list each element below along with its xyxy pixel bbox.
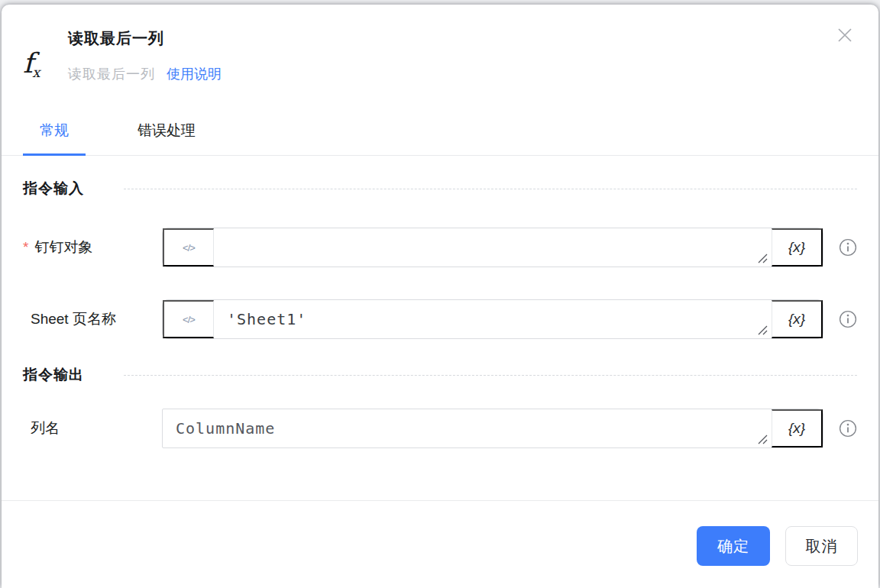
dialog-subtitle: 读取最后一列 [68, 66, 155, 82]
resize-grip-icon[interactable] [757, 434, 768, 444]
instruction-config-dialog: fx 读取最后一列 读取最后一列 使用说明 常规 错误处理 指令输入 * 钉钉对… [2, 5, 878, 588]
cancel-button[interactable]: 取消 [785, 526, 858, 566]
field-label-text: 钉钉对象 [34, 237, 92, 257]
expression-input-group: </> {x} [162, 228, 823, 267]
close-x-glyph [835, 25, 855, 45]
field-row-sheet-name: Sheet 页名称 </> 'Sheet1' {x} [23, 299, 857, 339]
variable-picker-button[interactable]: {x} [772, 300, 823, 338]
variable-picker-button[interactable]: {x} [772, 409, 823, 447]
section-output-title: 指令输出 [23, 365, 84, 385]
tab-error-handling[interactable]: 错误处理 [121, 121, 212, 155]
field-row-dingtalk-object: * 钉钉对象 </> {x} [23, 228, 857, 267]
field-label-column-name: 列名 [23, 418, 162, 438]
expression-value: 'Sheet1' [227, 310, 306, 328]
expression-input-group: </> 'Sheet1' {x} [162, 299, 823, 339]
field-label-text: 列名 [31, 418, 60, 438]
field-label-text: Sheet 页名称 [31, 309, 116, 329]
output-name-textarea[interactable]: ColumnName [163, 409, 772, 447]
tab-general[interactable]: 常规 [23, 121, 86, 155]
info-icon[interactable] [839, 238, 857, 257]
output-name-value: ColumnName [176, 419, 275, 438]
dialog-footer: 确定 取消 [2, 501, 878, 566]
tab-bar: 常规 错误处理 [2, 121, 878, 156]
resize-grip-icon[interactable] [757, 325, 768, 335]
expression-textarea[interactable] [214, 228, 772, 267]
section-output: 指令输出 [23, 365, 857, 385]
section-dashed-divider [124, 189, 857, 189]
resize-grip-icon[interactable] [757, 253, 768, 263]
code-editor-icon[interactable]: </> [163, 300, 214, 338]
dialog-subtitle-row: 读取最后一列 使用说明 [68, 64, 222, 84]
info-icon[interactable] [839, 419, 857, 438]
close-icon[interactable] [834, 24, 856, 46]
field-label-dingtalk-object: * 钉钉对象 [23, 237, 162, 257]
dialog-header: fx 读取最后一列 读取最后一列 使用说明 [2, 5, 878, 84]
title-block: 读取最后一列 读取最后一列 使用说明 [68, 29, 222, 84]
section-input: 指令输入 [23, 179, 857, 199]
field-label-sheet-name: Sheet 页名称 [23, 309, 162, 329]
variable-picker-button[interactable]: {x} [772, 228, 823, 267]
expression-textarea[interactable]: 'Sheet1' [214, 300, 772, 338]
section-dashed-divider [124, 375, 857, 376]
field-row-column-name: 列名 ColumnName {x} [23, 409, 857, 448]
output-input-group: ColumnName {x} [162, 409, 823, 448]
info-icon[interactable] [839, 310, 857, 328]
code-editor-icon[interactable]: </> [163, 228, 214, 267]
dialog-title: 读取最后一列 [68, 29, 222, 47]
dialog-body: 指令输入 * 钉钉对象 </> {x} [2, 179, 878, 448]
usage-help-link[interactable]: 使用说明 [167, 66, 222, 82]
section-input-title: 指令输入 [23, 179, 84, 199]
fx-function-icon: fx [23, 47, 57, 84]
required-asterisk: * [23, 239, 28, 256]
ok-button[interactable]: 确定 [697, 526, 770, 566]
